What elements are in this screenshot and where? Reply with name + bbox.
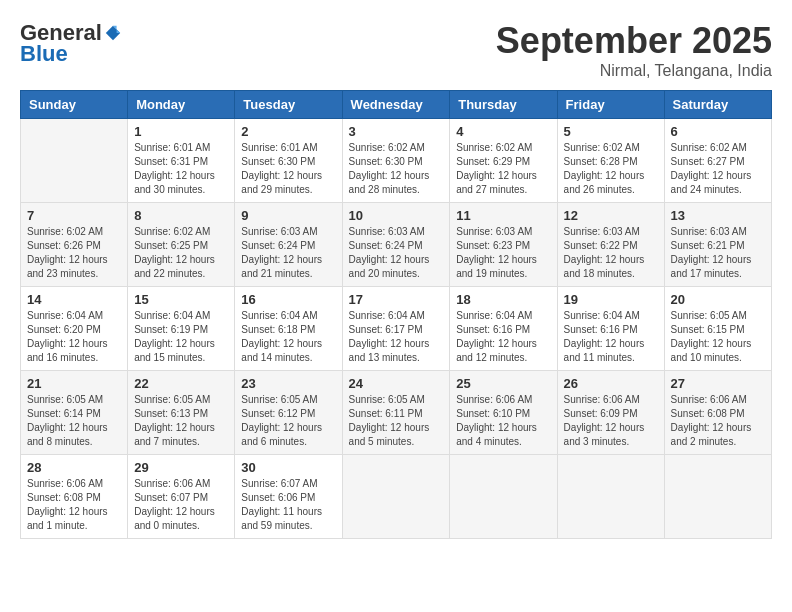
calendar-table: Sunday Monday Tuesday Wednesday Thursday… bbox=[20, 90, 772, 539]
week-row-3: 14Sunrise: 6:04 AM Sunset: 6:20 PM Dayli… bbox=[21, 287, 772, 371]
day-number: 13 bbox=[671, 208, 765, 223]
day-number: 26 bbox=[564, 376, 658, 391]
day-info: Sunrise: 6:06 AM Sunset: 6:08 PM Dayligh… bbox=[671, 393, 765, 449]
week-row-5: 28Sunrise: 6:06 AM Sunset: 6:08 PM Dayli… bbox=[21, 455, 772, 539]
col-tuesday: Tuesday bbox=[235, 91, 342, 119]
logo-blue-text: Blue bbox=[20, 41, 68, 67]
day-number: 24 bbox=[349, 376, 444, 391]
week-row-2: 7Sunrise: 6:02 AM Sunset: 6:26 PM Daylig… bbox=[21, 203, 772, 287]
col-wednesday: Wednesday bbox=[342, 91, 450, 119]
day-info: Sunrise: 6:05 AM Sunset: 6:11 PM Dayligh… bbox=[349, 393, 444, 449]
day-info: Sunrise: 6:01 AM Sunset: 6:30 PM Dayligh… bbox=[241, 141, 335, 197]
col-saturday: Saturday bbox=[664, 91, 771, 119]
day-number: 1 bbox=[134, 124, 228, 139]
table-cell: 8Sunrise: 6:02 AM Sunset: 6:25 PM Daylig… bbox=[128, 203, 235, 287]
table-cell: 27Sunrise: 6:06 AM Sunset: 6:08 PM Dayli… bbox=[664, 371, 771, 455]
day-info: Sunrise: 6:06 AM Sunset: 6:09 PM Dayligh… bbox=[564, 393, 658, 449]
page-header: General Blue September 2025 Nirmal, Tela… bbox=[20, 20, 772, 80]
day-number: 16 bbox=[241, 292, 335, 307]
day-info: Sunrise: 6:05 AM Sunset: 6:14 PM Dayligh… bbox=[27, 393, 121, 449]
day-info: Sunrise: 6:03 AM Sunset: 6:24 PM Dayligh… bbox=[349, 225, 444, 281]
table-cell bbox=[21, 119, 128, 203]
day-info: Sunrise: 6:04 AM Sunset: 6:18 PM Dayligh… bbox=[241, 309, 335, 365]
week-row-4: 21Sunrise: 6:05 AM Sunset: 6:14 PM Dayli… bbox=[21, 371, 772, 455]
table-cell: 6Sunrise: 6:02 AM Sunset: 6:27 PM Daylig… bbox=[664, 119, 771, 203]
day-info: Sunrise: 6:03 AM Sunset: 6:24 PM Dayligh… bbox=[241, 225, 335, 281]
logo-icon bbox=[104, 24, 122, 42]
table-cell: 15Sunrise: 6:04 AM Sunset: 6:19 PM Dayli… bbox=[128, 287, 235, 371]
table-cell: 2Sunrise: 6:01 AM Sunset: 6:30 PM Daylig… bbox=[235, 119, 342, 203]
day-info: Sunrise: 6:04 AM Sunset: 6:16 PM Dayligh… bbox=[564, 309, 658, 365]
table-cell bbox=[557, 455, 664, 539]
table-cell: 11Sunrise: 6:03 AM Sunset: 6:23 PM Dayli… bbox=[450, 203, 557, 287]
day-info: Sunrise: 6:04 AM Sunset: 6:16 PM Dayligh… bbox=[456, 309, 550, 365]
table-cell: 17Sunrise: 6:04 AM Sunset: 6:17 PM Dayli… bbox=[342, 287, 450, 371]
day-number: 3 bbox=[349, 124, 444, 139]
location: Nirmal, Telangana, India bbox=[496, 62, 772, 80]
table-cell: 24Sunrise: 6:05 AM Sunset: 6:11 PM Dayli… bbox=[342, 371, 450, 455]
day-info: Sunrise: 6:07 AM Sunset: 6:06 PM Dayligh… bbox=[241, 477, 335, 533]
table-cell: 3Sunrise: 6:02 AM Sunset: 6:30 PM Daylig… bbox=[342, 119, 450, 203]
day-number: 12 bbox=[564, 208, 658, 223]
table-cell: 18Sunrise: 6:04 AM Sunset: 6:16 PM Dayli… bbox=[450, 287, 557, 371]
table-cell: 20Sunrise: 6:05 AM Sunset: 6:15 PM Dayli… bbox=[664, 287, 771, 371]
day-info: Sunrise: 6:03 AM Sunset: 6:21 PM Dayligh… bbox=[671, 225, 765, 281]
month-title: September 2025 bbox=[496, 20, 772, 62]
day-number: 25 bbox=[456, 376, 550, 391]
day-info: Sunrise: 6:03 AM Sunset: 6:23 PM Dayligh… bbox=[456, 225, 550, 281]
day-info: Sunrise: 6:06 AM Sunset: 6:07 PM Dayligh… bbox=[134, 477, 228, 533]
table-cell: 19Sunrise: 6:04 AM Sunset: 6:16 PM Dayli… bbox=[557, 287, 664, 371]
day-number: 10 bbox=[349, 208, 444, 223]
day-info: Sunrise: 6:03 AM Sunset: 6:22 PM Dayligh… bbox=[564, 225, 658, 281]
table-cell: 7Sunrise: 6:02 AM Sunset: 6:26 PM Daylig… bbox=[21, 203, 128, 287]
day-number: 19 bbox=[564, 292, 658, 307]
table-cell: 1Sunrise: 6:01 AM Sunset: 6:31 PM Daylig… bbox=[128, 119, 235, 203]
day-info: Sunrise: 6:04 AM Sunset: 6:20 PM Dayligh… bbox=[27, 309, 121, 365]
day-info: Sunrise: 6:06 AM Sunset: 6:08 PM Dayligh… bbox=[27, 477, 121, 533]
col-thursday: Thursday bbox=[450, 91, 557, 119]
day-number: 5 bbox=[564, 124, 658, 139]
table-cell: 14Sunrise: 6:04 AM Sunset: 6:20 PM Dayli… bbox=[21, 287, 128, 371]
day-number: 6 bbox=[671, 124, 765, 139]
day-number: 20 bbox=[671, 292, 765, 307]
logo: General Blue bbox=[20, 20, 122, 67]
day-info: Sunrise: 6:06 AM Sunset: 6:10 PM Dayligh… bbox=[456, 393, 550, 449]
day-number: 15 bbox=[134, 292, 228, 307]
table-cell bbox=[450, 455, 557, 539]
day-number: 28 bbox=[27, 460, 121, 475]
day-number: 4 bbox=[456, 124, 550, 139]
table-cell: 16Sunrise: 6:04 AM Sunset: 6:18 PM Dayli… bbox=[235, 287, 342, 371]
table-cell bbox=[342, 455, 450, 539]
day-number: 14 bbox=[27, 292, 121, 307]
day-number: 21 bbox=[27, 376, 121, 391]
day-info: Sunrise: 6:04 AM Sunset: 6:19 PM Dayligh… bbox=[134, 309, 228, 365]
col-sunday: Sunday bbox=[21, 91, 128, 119]
table-cell: 9Sunrise: 6:03 AM Sunset: 6:24 PM Daylig… bbox=[235, 203, 342, 287]
day-info: Sunrise: 6:05 AM Sunset: 6:13 PM Dayligh… bbox=[134, 393, 228, 449]
day-info: Sunrise: 6:02 AM Sunset: 6:27 PM Dayligh… bbox=[671, 141, 765, 197]
day-info: Sunrise: 6:04 AM Sunset: 6:17 PM Dayligh… bbox=[349, 309, 444, 365]
table-cell: 30Sunrise: 6:07 AM Sunset: 6:06 PM Dayli… bbox=[235, 455, 342, 539]
table-cell: 29Sunrise: 6:06 AM Sunset: 6:07 PM Dayli… bbox=[128, 455, 235, 539]
day-info: Sunrise: 6:02 AM Sunset: 6:26 PM Dayligh… bbox=[27, 225, 121, 281]
day-info: Sunrise: 6:05 AM Sunset: 6:15 PM Dayligh… bbox=[671, 309, 765, 365]
day-number: 23 bbox=[241, 376, 335, 391]
day-number: 29 bbox=[134, 460, 228, 475]
table-cell bbox=[664, 455, 771, 539]
calendar-header-row: Sunday Monday Tuesday Wednesday Thursday… bbox=[21, 91, 772, 119]
day-info: Sunrise: 6:02 AM Sunset: 6:25 PM Dayligh… bbox=[134, 225, 228, 281]
table-cell: 10Sunrise: 6:03 AM Sunset: 6:24 PM Dayli… bbox=[342, 203, 450, 287]
day-info: Sunrise: 6:01 AM Sunset: 6:31 PM Dayligh… bbox=[134, 141, 228, 197]
day-number: 7 bbox=[27, 208, 121, 223]
table-cell: 25Sunrise: 6:06 AM Sunset: 6:10 PM Dayli… bbox=[450, 371, 557, 455]
day-info: Sunrise: 6:02 AM Sunset: 6:29 PM Dayligh… bbox=[456, 141, 550, 197]
table-cell: 23Sunrise: 6:05 AM Sunset: 6:12 PM Dayli… bbox=[235, 371, 342, 455]
table-cell: 28Sunrise: 6:06 AM Sunset: 6:08 PM Dayli… bbox=[21, 455, 128, 539]
title-area: September 2025 Nirmal, Telangana, India bbox=[496, 20, 772, 80]
day-info: Sunrise: 6:02 AM Sunset: 6:28 PM Dayligh… bbox=[564, 141, 658, 197]
table-cell: 12Sunrise: 6:03 AM Sunset: 6:22 PM Dayli… bbox=[557, 203, 664, 287]
day-info: Sunrise: 6:02 AM Sunset: 6:30 PM Dayligh… bbox=[349, 141, 444, 197]
day-number: 9 bbox=[241, 208, 335, 223]
day-number: 18 bbox=[456, 292, 550, 307]
col-friday: Friday bbox=[557, 91, 664, 119]
